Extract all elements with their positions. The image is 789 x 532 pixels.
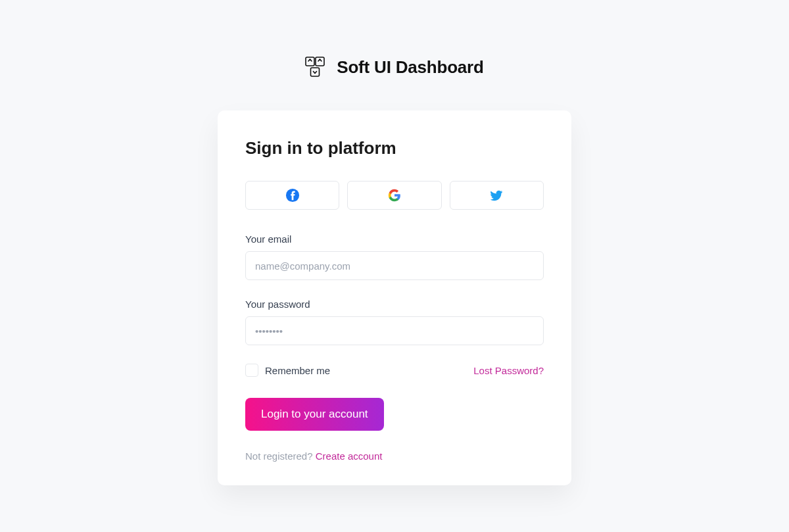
svg-rect-2 bbox=[311, 68, 320, 76]
email-group: Your email bbox=[245, 233, 544, 280]
google-button[interactable] bbox=[347, 181, 441, 210]
facebook-button[interactable] bbox=[245, 181, 339, 210]
facebook-icon bbox=[285, 188, 300, 203]
remember-me-label: Remember me bbox=[265, 365, 330, 376]
remember-me-wrap[interactable]: Remember me bbox=[245, 364, 330, 377]
card-title: Sign in to platform bbox=[245, 138, 544, 158]
lost-password-link[interactable]: Lost Password? bbox=[473, 365, 544, 376]
remember-me-checkbox[interactable] bbox=[245, 364, 258, 377]
email-label: Your email bbox=[245, 233, 544, 245]
brand-title: Soft UI Dashboard bbox=[337, 57, 483, 78]
create-account-link[interactable]: Create account bbox=[316, 450, 383, 462]
password-label: Your password bbox=[245, 299, 544, 310]
brand-logo-icon bbox=[305, 57, 325, 78]
password-field[interactable] bbox=[245, 316, 544, 345]
social-buttons-row bbox=[245, 181, 544, 210]
not-registered-text: Not registered? Create account bbox=[245, 450, 544, 462]
login-button[interactable]: Login to your account bbox=[245, 398, 384, 431]
google-icon bbox=[387, 188, 402, 203]
password-group: Your password bbox=[245, 299, 544, 345]
twitter-button[interactable] bbox=[450, 181, 544, 210]
twitter-icon bbox=[489, 188, 504, 203]
svg-rect-1 bbox=[316, 57, 324, 66]
remember-lost-row: Remember me Lost Password? bbox=[245, 364, 544, 377]
email-field[interactable] bbox=[245, 251, 544, 280]
brand: Soft UI Dashboard bbox=[305, 57, 483, 78]
not-registered-label: Not registered? bbox=[245, 450, 316, 462]
svg-rect-0 bbox=[306, 57, 314, 66]
signin-card: Sign in to platform bbox=[218, 110, 571, 485]
